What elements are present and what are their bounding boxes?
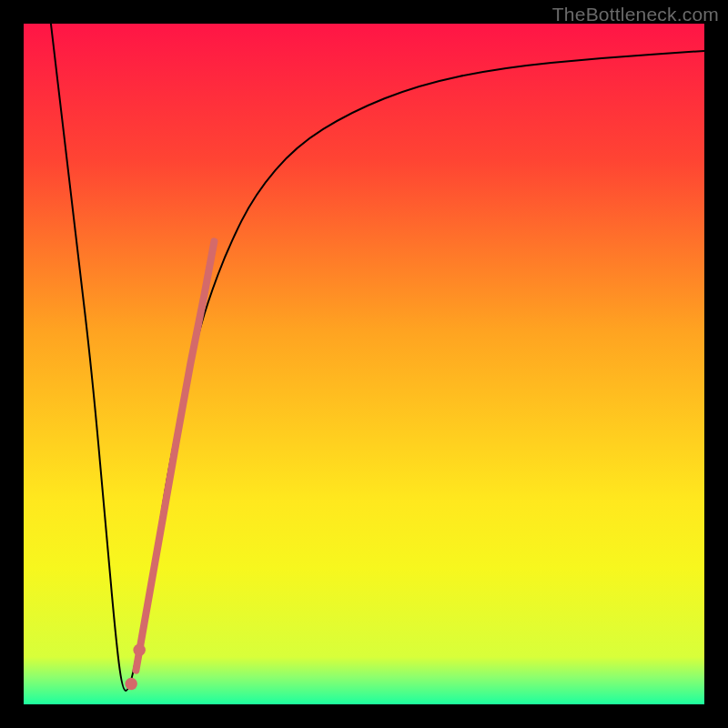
curve-highlight [136,241,214,670]
highlight-dot [133,643,145,655]
plot-area [24,24,704,704]
plot-overlay-svg [24,24,704,704]
watermark-text: TheBottleneck.com [552,4,719,25]
outer-black-frame: TheBottleneck.com [0,0,728,728]
highlight-dot [125,678,136,690]
